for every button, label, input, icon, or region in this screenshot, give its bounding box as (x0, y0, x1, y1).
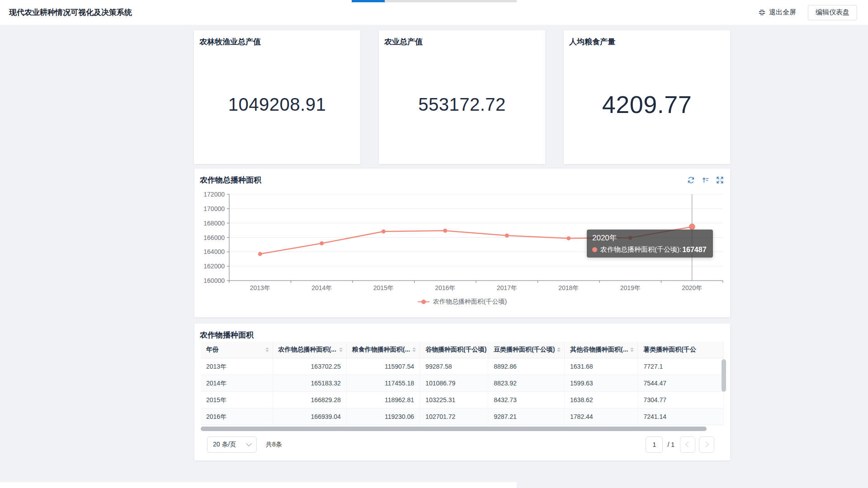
chart-legend[interactable]: 农作物总播种面积(千公顷) (194, 298, 730, 306)
table-cell: 99287.58 (420, 358, 488, 375)
refresh-icon[interactable] (687, 176, 695, 184)
progress-fill (352, 0, 385, 2)
table-title: 农作物播种面积 (200, 330, 254, 340)
table-row[interactable]: 2015年166829.28118962.81103225.318432.731… (201, 392, 724, 408)
table-cell: 7304.77 (638, 392, 724, 408)
table-cell: 9287.21 (488, 408, 565, 425)
table-row[interactable]: 2013年163702.25115907.5499287.588892.8616… (201, 358, 724, 375)
column-header[interactable]: 年份 (201, 342, 273, 358)
table-cell: 101086.79 (420, 375, 488, 392)
table-cell: 115907.54 (347, 358, 420, 375)
page-size-value: 20 条/页 (213, 441, 236, 449)
vertical-scrollbar[interactable] (722, 359, 726, 392)
table-cell: 7544.47 (638, 375, 724, 392)
chart-panel: 农作物总播种面积 1600 (194, 169, 730, 317)
table-panel: 农作物播种面积 年份农作物总播种面积(...粮食作物播种面积(...谷物播种面积… (194, 324, 730, 460)
exit-fullscreen-icon (758, 9, 766, 16)
page-number-input[interactable] (646, 436, 663, 453)
table-row[interactable]: 2016年166939.04119230.06102701.729287.211… (201, 408, 724, 425)
pagination-bar: 20 条/页 共8条 / 1 (207, 436, 714, 453)
prev-page-button[interactable] (680, 436, 695, 453)
table-panel-header: 农作物播种面积 (194, 324, 730, 341)
pagination-right: / 1 (646, 436, 714, 453)
svg-text:2019年: 2019年 (620, 284, 641, 291)
horizontal-scrollbar[interactable] (201, 427, 707, 431)
loading-progress-bar (352, 0, 517, 2)
column-header-label: 其他谷物播种面积(... (570, 346, 628, 354)
table-body: 2013年163702.25115907.5499287.588892.8616… (201, 358, 724, 425)
kpi-card-title: 人均粮食产量 (564, 30, 730, 47)
app-header: 现代农业耕种情况可视化及决策系统 退出全屏 编辑仪表盘 (0, 0, 868, 25)
total-count: 共8条 (266, 441, 282, 449)
chevron-down-icon (246, 441, 252, 446)
exit-fullscreen-button[interactable]: 退出全屏 (758, 8, 796, 17)
table-cell: 165183.32 (273, 375, 347, 392)
tooltip-value: 167487 (682, 246, 706, 254)
svg-text:160000: 160000 (203, 277, 225, 284)
table-cell: 1631.68 (565, 358, 638, 375)
column-header[interactable]: 薯类播种面积(千公 (638, 342, 724, 358)
column-header[interactable]: 谷物播种面积(千公顷) (420, 342, 488, 358)
table-cell: 103225.31 (420, 392, 488, 408)
kpi-card-title: 农林牧渔业总产值 (194, 30, 360, 47)
sort-caret-icon[interactable] (557, 347, 561, 352)
next-page-button[interactable] (699, 436, 714, 453)
svg-text:2014年: 2014年 (311, 284, 332, 291)
svg-text:2016年: 2016年 (435, 284, 455, 291)
exit-fullscreen-label: 退出全屏 (769, 8, 796, 17)
chart-panel-header: 农作物总播种面积 (194, 169, 730, 186)
table-cell: 166939.04 (273, 408, 347, 425)
sort-caret-icon[interactable] (412, 347, 416, 352)
pagination-left: 20 条/页 共8条 (207, 436, 282, 453)
data-table: 年份农作物总播种面积(...粮食作物播种面积(...谷物播种面积(千公顷)豆类播… (201, 342, 724, 426)
kpi-card-value: 553172.72 (379, 94, 545, 115)
kpi-card-total-output: 农林牧渔业总产值 1049208.91 (194, 30, 360, 164)
table-cell: 2015年 (201, 392, 273, 408)
kpi-card-grain-per-capita: 人均粮食产量 4209.77 (564, 30, 730, 164)
table-cell: 166829.28 (273, 392, 347, 408)
svg-text:172000: 172000 (203, 191, 225, 198)
legend-line-marker-icon (418, 300, 429, 304)
sort-ascending-icon[interactable] (702, 176, 709, 184)
chevron-right-icon (703, 441, 709, 447)
table-cell: 1599.63 (565, 375, 638, 392)
column-header[interactable]: 农作物总播种面积(... (273, 342, 347, 358)
expand-icon[interactable] (716, 176, 724, 184)
table-cell: 117455.18 (347, 375, 420, 392)
column-header[interactable]: 其他谷物播种面积(... (565, 342, 638, 358)
series-marker-icon (592, 247, 597, 252)
legend-label: 农作物总播种面积(千公顷) (433, 298, 507, 306)
table-cell: 2014年 (201, 375, 273, 392)
bottom-panel-edge (0, 482, 517, 488)
sort-caret-icon[interactable] (265, 347, 269, 352)
table-cell: 8432.73 (488, 392, 565, 408)
svg-text:164000: 164000 (203, 248, 225, 255)
table-cell: 8823.92 (488, 375, 565, 392)
kpi-card-agriculture-output: 农业总产值 553172.72 (379, 30, 545, 164)
table-row[interactable]: 2014年165183.32117455.18101086.798823.921… (201, 375, 724, 392)
chart-title: 农作物总播种面积 (200, 175, 261, 185)
svg-text:2020年: 2020年 (682, 284, 702, 291)
table-cell: 102701.72 (420, 408, 488, 425)
table-cell: 119230.06 (347, 408, 420, 425)
column-header-label: 谷物播种面积(千公顷) (425, 346, 486, 354)
header-actions: 退出全屏 编辑仪表盘 (758, 5, 857, 20)
page-size-select[interactable]: 20 条/页 (207, 436, 257, 453)
page-title: 现代农业耕种情况可视化及决策系统 (9, 7, 132, 18)
tooltip-row: 农作物总播种面积(千公顷): 167487 (592, 245, 707, 254)
column-header[interactable]: 粮食作物播种面积(... (347, 342, 420, 358)
column-header[interactable]: 豆类播种面积(千公顷) (488, 342, 565, 358)
sort-caret-icon[interactable] (630, 347, 634, 352)
tooltip-label: 农作物总播种面积(千公顷): (600, 245, 681, 254)
kpi-card-value: 1049208.91 (194, 94, 360, 115)
table-cell: 1638.62 (565, 392, 638, 408)
column-header-label: 农作物总播种面积(... (278, 346, 336, 354)
column-header-label: 薯类播种面积(千公 (643, 346, 696, 354)
chevron-left-icon (685, 441, 691, 447)
edit-dashboard-button[interactable]: 编辑仪表盘 (808, 5, 857, 20)
sort-caret-icon[interactable] (339, 347, 343, 352)
column-header-label: 豆类播种面积(千公顷) (494, 346, 555, 354)
table-header-row: 年份农作物总播种面积(...粮食作物播种面积(...谷物播种面积(千公顷)豆类播… (201, 342, 724, 358)
svg-text:166000: 166000 (203, 234, 225, 241)
table-cell: 163702.25 (273, 358, 347, 375)
